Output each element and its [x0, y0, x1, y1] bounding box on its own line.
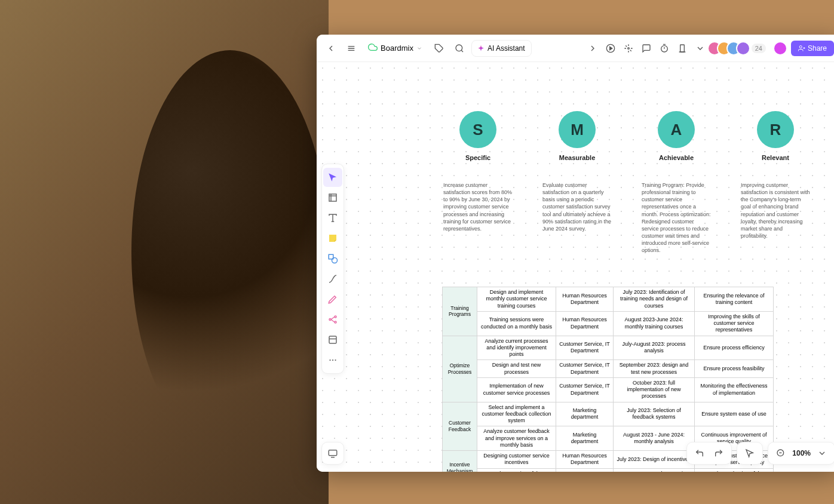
table-cell: Training sessions were conducted on a mo… — [477, 311, 556, 336]
more-tools[interactable] — [323, 351, 342, 370]
current-user-avatar[interactable] — [773, 41, 787, 56]
smart-description: Improving customer satisfaction is consi… — [741, 182, 810, 239]
table-row[interactable]: Training ProgramsDesign and implement mo… — [443, 287, 774, 312]
table-cell: August 2023: Implementation of the incen… — [614, 468, 695, 472]
frame-tool[interactable] — [323, 188, 342, 207]
pen-tool[interactable] — [323, 290, 342, 309]
table-row[interactable]: Optimize ProcessesAnalyze current proces… — [443, 336, 774, 360]
table-cell: Monitoring the effectiveness of implemen… — [695, 377, 774, 402]
table-cell: July 2023: Design of incentives — [614, 451, 695, 469]
topbar-right-tools — [584, 40, 709, 57]
table-row[interactable]: Implementation of new customer service p… — [443, 377, 774, 402]
collaborator-avatars[interactable]: 24 — [712, 41, 766, 56]
select-tool[interactable] — [323, 168, 342, 187]
smart-column[interactable]: AAchievableTraining Program: Provide pro… — [642, 111, 711, 254]
table-cell: Improving the skills of customer service… — [695, 311, 774, 336]
table-cell: August 2023 - June 2024: monthly analysi… — [614, 426, 695, 451]
smart-description: Training Program: Provide professional t… — [642, 182, 711, 254]
smart-description: Evaluate customer satisfaction on a quar… — [542, 182, 612, 232]
svg-point-31 — [335, 359, 336, 361]
mindmap-tool[interactable] — [323, 310, 342, 329]
svg-marker-7 — [609, 47, 612, 50]
bottom-controls: 100% — [686, 442, 834, 465]
table-cell: Customer Service, IT Department — [556, 360, 614, 378]
table-cell: Human Resources Department — [556, 311, 614, 336]
menu-button[interactable] — [343, 40, 360, 57]
table-cell: Select and implement a customer feedback… — [477, 402, 556, 426]
svg-point-8 — [627, 47, 629, 49]
canvas[interactable]: SSpecificIncrease customer satisfaction … — [317, 62, 834, 472]
smart-label: Measurable — [559, 154, 596, 161]
app-window: Boardmix ✦ AI Assistant — [317, 35, 834, 472]
svg-point-14 — [799, 45, 802, 48]
more-tools-button[interactable] — [692, 40, 709, 57]
table-cell: Customer Service, IT Department — [556, 377, 614, 402]
redo-button[interactable] — [711, 445, 726, 461]
shape-tool[interactable] — [323, 249, 342, 268]
svg-line-5 — [461, 50, 463, 52]
zoom-out-button[interactable] — [773, 445, 789, 461]
table-row[interactable]: Customer FeedbackSelect and implement a … — [443, 402, 774, 426]
smart-column[interactable]: SSpecificIncrease customer satisfaction … — [443, 111, 513, 254]
svg-rect-27 — [329, 336, 336, 343]
undo-button[interactable] — [692, 445, 707, 461]
cursor-mode-button[interactable] — [742, 445, 758, 461]
back-button[interactable] — [323, 40, 339, 57]
table-cell: Design and implement monthly customer se… — [477, 287, 556, 312]
table-row[interactable]: Design and test new processesCustomer Se… — [443, 360, 774, 378]
timer-button[interactable] — [656, 40, 673, 57]
table-cell: Human Resources Department — [556, 468, 614, 472]
ai-assistant-label: AI Assistant — [487, 44, 525, 53]
avatar-count: 24 — [752, 44, 766, 53]
smart-label: Specific — [465, 154, 490, 161]
smart-column[interactable]: RRelevantImproving customer satisfaction… — [741, 111, 810, 254]
svg-rect-32 — [329, 450, 337, 456]
table-row[interactable]: Implementation of the incentive schemeHu… — [443, 468, 774, 472]
zoom-level: 100% — [792, 449, 811, 457]
table-cell: Ensure process feasibility — [695, 360, 774, 378]
tag-button[interactable] — [431, 40, 447, 57]
template-tool[interactable] — [323, 330, 342, 349]
search-button[interactable] — [451, 40, 468, 57]
left-toolbar — [321, 164, 344, 374]
table-cell: Designing customer service incentives — [477, 451, 556, 469]
share-icon — [798, 45, 805, 52]
file-name-chip[interactable]: Boardmix — [363, 40, 427, 56]
svg-point-26 — [335, 321, 336, 323]
svg-point-25 — [335, 316, 336, 318]
play-button[interactable] — [602, 40, 619, 57]
vote-button[interactable] — [674, 40, 691, 57]
text-tool[interactable] — [323, 208, 342, 228]
smart-letter-circle: S — [459, 111, 496, 148]
ai-assistant-button[interactable]: ✦ AI Assistant — [471, 40, 532, 57]
connector-tool[interactable] — [323, 269, 342, 288]
svg-point-23 — [332, 258, 338, 263]
background-photo — [0, 0, 329, 504]
table-cell: Analyze customer feedback and improve se… — [477, 426, 556, 451]
share-button[interactable]: Share — [791, 41, 834, 56]
table-cell: Analyze current processes and identify i… — [477, 336, 556, 360]
smart-letter-circle: M — [559, 111, 596, 148]
table-category-cell: Training Programs — [443, 287, 477, 336]
smart-letter-circle: R — [757, 111, 794, 148]
table-cell: Implementation of the incentive scheme — [477, 468, 556, 472]
expand-button[interactable] — [584, 40, 601, 57]
sticky-note-tool[interactable] — [323, 229, 342, 248]
table-category-cell: Customer Feedback — [443, 402, 477, 451]
comment-button[interactable] — [638, 40, 655, 57]
svg-point-30 — [332, 359, 333, 361]
table-cell: Regular evaluation of the effectiveness … — [695, 468, 774, 472]
celebrate-button[interactable] — [620, 40, 637, 57]
zoom-menu-button[interactable] — [814, 445, 830, 461]
svg-point-24 — [329, 319, 331, 321]
table-cell: Implementation of new customer service p… — [477, 377, 556, 402]
svg-point-29 — [329, 359, 330, 361]
smart-column[interactable]: MMeasurableEvaluate customer satisfactio… — [542, 111, 612, 254]
cloud-sync-icon — [368, 42, 378, 54]
table-cell: Human Resources Department — [556, 451, 614, 469]
avatar — [736, 41, 750, 56]
table-cell: Ensure process efficiency — [695, 336, 774, 360]
presentation-button[interactable] — [321, 442, 344, 465]
table-row[interactable]: Training sessions were conducted on a mo… — [443, 311, 774, 336]
smart-goals-row: SSpecificIncrease customer satisfaction … — [443, 111, 834, 254]
